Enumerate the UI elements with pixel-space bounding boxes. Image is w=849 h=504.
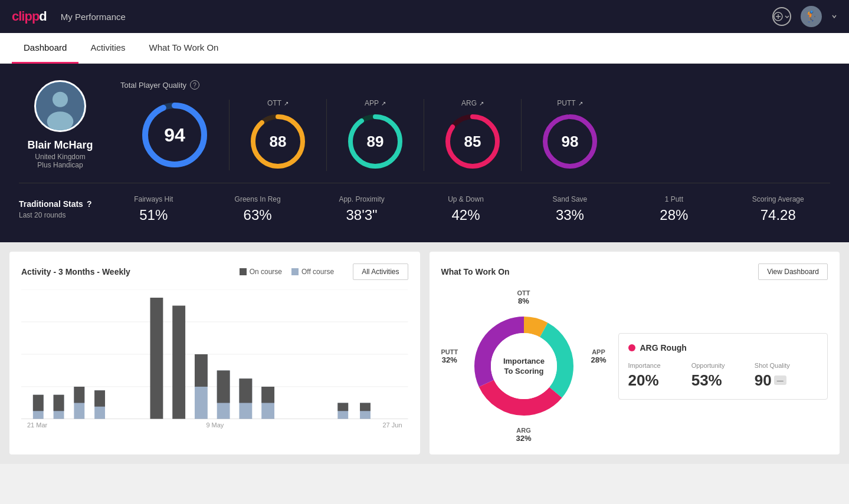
stat-sand: Sand Save 33%	[518, 195, 622, 223]
hero-section: Blair McHarg United Kingdom Plus Handica…	[0, 64, 849, 242]
wtw-body: Importance To Scoring OTT 8% APP 28% ARG…	[441, 289, 828, 443]
wtw-header: What To Work On View Dashboard	[441, 263, 828, 280]
quality-info-icon[interactable]: ?	[190, 80, 199, 90]
detail-metrics: Importance 20% Opportunity 53% Shot Qual…	[628, 362, 818, 390]
player-handicap: Plus Handicap	[37, 161, 83, 169]
tab-bar: Dashboard Activities What To Work On	[0, 33, 849, 64]
ott-value: 88	[270, 133, 287, 151]
app-label: APP 28%	[591, 348, 606, 364]
tab-dashboard[interactable]: Dashboard	[12, 33, 78, 64]
x-label-1: 21 Mar	[27, 421, 47, 429]
svg-point-53	[491, 333, 557, 399]
quality-section: Total Player Quality ? 94	[120, 80, 830, 171]
player-info: Blair McHarg United Kingdom Plus Handica…	[19, 80, 101, 169]
page-title: My Performance	[61, 12, 126, 22]
chart-x-labels: 21 Mar 9 May 27 Jun	[21, 421, 408, 429]
detail-card: ARG Rough Importance 20% Opportunity 53%	[618, 333, 828, 400]
user-avatar[interactable]: 🏌️	[801, 6, 822, 27]
metric-importance: Importance 20%	[628, 362, 691, 390]
x-label-2: 9 May	[206, 421, 224, 429]
putt-label: PUTT ↗	[557, 99, 582, 107]
svg-rect-27	[33, 395, 44, 411]
quality-label: Total Player Quality ?	[120, 80, 830, 90]
off-course-dot	[291, 268, 299, 275]
app-label: APP ↗	[365, 99, 386, 107]
player-avatar	[34, 80, 86, 132]
app-value: 89	[367, 133, 384, 151]
svg-point-5	[47, 111, 74, 131]
chart-area: 8 6 4 2 0	[21, 289, 408, 419]
tab-what-to-work-on[interactable]: What To Work On	[137, 33, 231, 64]
stat-greens: Greens In Reg 63%	[205, 195, 309, 223]
logo: clippd	[12, 9, 47, 24]
legend-on-course: On course	[240, 268, 282, 276]
tab-activities[interactable]: Activities	[78, 33, 137, 64]
app-ring: 89	[346, 112, 405, 171]
stat-oneputt: 1 Putt 28%	[622, 195, 726, 223]
total-score: 94	[120, 100, 230, 170]
chart-title: Activity - 3 Months - Weekly	[21, 267, 240, 276]
shot-quality-value: 90 —	[755, 371, 818, 390]
metric-opportunity: Opportunity 53%	[691, 362, 755, 390]
chevron-down-icon	[831, 14, 837, 19]
stat-scoring: Scoring Average 74.28	[726, 195, 830, 223]
total-score-value: 94	[164, 124, 185, 146]
topbar: clippd My Performance 🏌️	[0, 0, 849, 33]
view-dashboard-button[interactable]: View Dashboard	[758, 263, 828, 280]
chart-legend: On course Off course All Activities	[240, 263, 408, 280]
trad-stats-label: Traditional Stats ? Last 20 rounds	[19, 199, 101, 219]
bottom-section: Activity - 3 Months - Weekly On course O…	[0, 242, 849, 464]
shot-quality-badge: —	[774, 375, 786, 385]
topbar-actions: 🏌️	[772, 6, 837, 27]
player-country: United Kingdom	[35, 153, 85, 161]
wtw-title: What To Work On	[441, 267, 759, 276]
ott-label: OTT 8%	[517, 289, 530, 305]
stat-fairways: Fairways Hit 51%	[101, 195, 205, 223]
svg-rect-37	[195, 354, 208, 387]
ott-label: OTT ↗	[267, 99, 289, 107]
what-to-work-on-card: What To Work On View Dashboard	[430, 252, 840, 454]
ott-ring: 88	[248, 112, 307, 171]
arg-value: 85	[464, 133, 481, 151]
ott-score: OTT ↗ 88	[230, 99, 327, 171]
on-course-dot	[240, 268, 247, 275]
add-button[interactable]	[772, 7, 791, 26]
putt-ring: 98	[540, 112, 599, 171]
arg-label: ARG ↗	[461, 99, 484, 107]
putt-label: PUTT 32%	[441, 348, 458, 364]
detail-title: ARG Rough	[628, 343, 818, 353]
traditional-stats: Traditional Stats ? Last 20 rounds Fairw…	[19, 195, 830, 223]
x-label-3: 27 Jun	[382, 421, 402, 429]
importance-value: 20%	[628, 371, 691, 390]
opportunity-value: 53%	[691, 371, 755, 390]
svg-rect-31	[74, 387, 84, 403]
activity-card: Activity - 3 Months - Weekly On course O…	[9, 252, 420, 454]
detail-indicator-dot	[628, 344, 635, 351]
stat-proximity: App. Proximity 38'3"	[310, 195, 414, 223]
all-activities-button[interactable]: All Activities	[353, 263, 408, 280]
legend-off-course: Off course	[291, 268, 334, 276]
svg-rect-29	[54, 395, 64, 411]
svg-rect-33	[94, 390, 105, 407]
app-score: APP ↗ 89	[327, 99, 424, 171]
arg-score: ARG ↗ 85	[424, 99, 522, 171]
trad-stats-title: Traditional Stats ?	[19, 199, 101, 209]
svg-rect-47	[360, 403, 371, 411]
trad-stats-subtitle: Last 20 rounds	[19, 211, 101, 219]
total-ring: 94	[139, 100, 210, 170]
putt-score: PUTT ↗ 98	[522, 99, 618, 171]
donut-svg: Importance To Scoring	[465, 307, 583, 425]
arg-label: ARG 32%	[516, 427, 531, 443]
trad-stats-info-icon[interactable]: ?	[87, 199, 92, 209]
chart-header: Activity - 3 Months - Weekly On course O…	[21, 263, 408, 280]
svg-rect-34	[150, 298, 163, 419]
scores-row: 94 OTT ↗ 88	[120, 99, 830, 171]
svg-rect-35	[172, 306, 185, 420]
player-name: Blair McHarg	[27, 139, 93, 151]
arg-ring: 85	[443, 112, 502, 171]
svg-rect-41	[239, 378, 252, 403]
svg-text:To Scoring: To Scoring	[504, 367, 543, 375]
svg-rect-45	[337, 403, 348, 411]
activity-chart-svg: 8 6 4 2 0	[21, 289, 408, 419]
donut-chart: Importance To Scoring OTT 8% APP 28% ARG…	[441, 289, 607, 443]
